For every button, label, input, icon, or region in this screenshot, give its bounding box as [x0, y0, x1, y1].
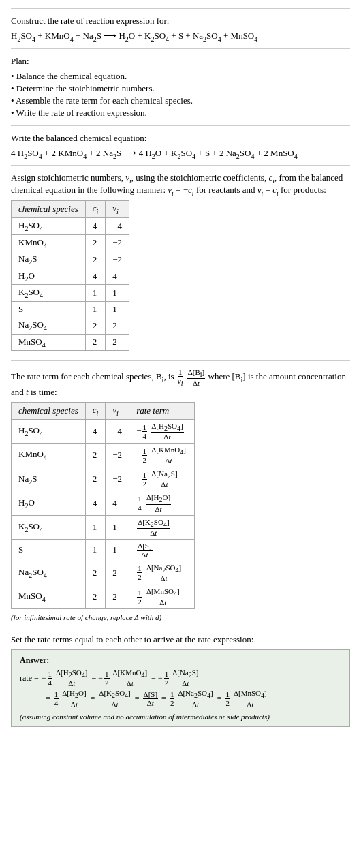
vi-cell: −4: [106, 419, 129, 443]
infinitesimal-note: (for infinitesimal rate of change, repla…: [11, 613, 350, 621]
vi-cell: 2: [106, 585, 129, 609]
answer-note: (assuming constant volume and no accumul…: [20, 713, 341, 721]
vi-cell: 4: [106, 491, 129, 515]
vi-cell: −2: [106, 467, 129, 491]
plan-item-2: Determine the stoichiometric numbers.: [11, 83, 350, 94]
col-species-1: chemical species: [12, 201, 86, 218]
vi-cell: 2: [106, 561, 129, 585]
ci-cell: 4: [85, 217, 106, 234]
col-ci-1: ci: [85, 201, 106, 218]
species-cell: Na2SO4: [12, 561, 86, 585]
table-row: S 1 1: [12, 301, 129, 317]
stoich-heading: Assign stoichiometric numbers, νi, using…: [11, 172, 350, 196]
table-row: H2SO4 4 −4: [12, 217, 129, 234]
plan-section: Plan: Balance the chemical equation. Det…: [11, 48, 350, 125]
table-row: H2O 4 4: [12, 268, 129, 285]
rate-table: chemical species ci νi rate term H2SO4 4…: [11, 402, 195, 609]
vi-cell: 1: [106, 285, 129, 302]
rate-cell: −12 Δ[Na2S]Δt: [129, 467, 195, 491]
table-row: KMnO4 2 −2: [12, 234, 129, 251]
vi-cell: −2: [106, 444, 129, 467]
table-row: Na2S 2 −2 −12 Δ[Na2S]Δt: [12, 467, 195, 491]
ci-cell: 4: [85, 491, 106, 515]
ci-cell: 1: [85, 539, 106, 561]
species-cell: H2SO4: [12, 419, 86, 443]
ci-cell: 2: [85, 234, 106, 251]
rate-cell: −14 Δ[H2SO4]Δt: [129, 419, 195, 443]
ci-cell: 1: [85, 285, 106, 302]
rate-term-section: The rate term for each chemical species,…: [11, 360, 350, 627]
ci-cell: 2: [85, 585, 106, 609]
rate-term-heading: The rate term for each chemical species,…: [11, 368, 350, 398]
ci-cell: 1: [85, 515, 106, 539]
species-cell: Na2S: [12, 467, 86, 491]
table-row: H2SO4 4 −4 −14 Δ[H2SO4]Δt: [12, 419, 195, 443]
stoich-table: chemical species ci νi H2SO4 4 −4 KMnO4 …: [11, 200, 129, 351]
rate-cell: 12 Δ[MnSO4]Δt: [129, 585, 195, 609]
ci-cell: 2: [85, 334, 106, 351]
table-row: Na2S 2 −2: [12, 251, 129, 268]
vi-cell: 1: [106, 539, 129, 561]
stoich-section: Assign stoichiometric numbers, νi, using…: [11, 165, 350, 360]
main-reaction: H2SO4 + KMnO4 + Na2S ⟶ H2O + K2SO4 + S +…: [11, 31, 350, 43]
col-vi-2: νi: [106, 403, 129, 420]
vi-cell: 1: [106, 301, 129, 317]
table-row: KMnO4 2 −2 −12 Δ[KMnO4]Δt: [12, 444, 195, 467]
ci-cell: 4: [85, 419, 106, 443]
ci-cell: 2: [85, 444, 106, 467]
ci-cell: 2: [85, 317, 106, 334]
answer-content: rate = −14 Δ[H2SO4]Δt = −12 Δ[KMnO4]Δt =…: [20, 668, 341, 720]
plan-list: Balance the chemical equation. Determine…: [11, 71, 350, 119]
vi-cell: 2: [106, 317, 129, 334]
plan-heading: Plan:: [11, 56, 350, 67]
col-rate: rate term: [129, 403, 195, 420]
answer-box: Answer: rate = −14 Δ[H2SO4]Δt = −12 Δ[KM…: [11, 649, 350, 726]
ci-cell: 2: [85, 561, 106, 585]
species-cell: H2O: [12, 491, 86, 515]
balanced-heading: Write the balanced chemical equation:: [11, 133, 350, 144]
plan-item-1: Balance the chemical equation.: [11, 71, 350, 82]
answer-label: Answer:: [20, 655, 341, 666]
species-cell: K2SO4: [12, 285, 86, 302]
species-cell: KMnO4: [12, 234, 86, 251]
ci-cell: 1: [85, 301, 106, 317]
species-cell: Na2SO4: [12, 317, 86, 334]
page-title: Construct the rate of reaction expressio…: [11, 16, 350, 27]
vi-cell: 2: [106, 334, 129, 351]
rate-cell: Δ[K2SO4]Δt: [129, 515, 195, 539]
balanced-equation: 4 H2SO4 + 2 KMnO4 + 2 Na2S ⟶ 4 H2O + K2S…: [11, 148, 350, 160]
vi-cell: 1: [106, 515, 129, 539]
species-cell: MnSO4: [12, 585, 86, 609]
rate-row-1: rate = −14 Δ[H2SO4]Δt = −12 Δ[KMnO4]Δt =…: [20, 668, 341, 687]
table-row: S 1 1 Δ[S]Δt: [12, 539, 195, 561]
balanced-section: Write the balanced chemical equation: 4 …: [11, 125, 350, 166]
species-cell: K2SO4: [12, 515, 86, 539]
species-cell: MnSO4: [12, 334, 86, 351]
col-ci-2: ci: [85, 403, 106, 420]
set-equal-heading: Set the rate terms equal to each other t…: [11, 634, 350, 645]
rate-expression-section: Set the rate terms equal to each other t…: [11, 627, 350, 732]
vi-cell: −2: [106, 234, 129, 251]
vi-cell: −4: [106, 217, 129, 234]
ci-cell: 2: [85, 251, 106, 268]
rate-cell: Δ[S]Δt: [129, 539, 195, 561]
title-section: Construct the rate of reaction expressio…: [11, 8, 350, 48]
table-row: K2SO4 1 1 Δ[K2SO4]Δt: [12, 515, 195, 539]
species-cell: S: [12, 539, 86, 561]
ci-cell: 4: [85, 268, 106, 285]
table-row: K2SO4 1 1: [12, 285, 129, 302]
table-row: MnSO4 2 2 12 Δ[MnSO4]Δt: [12, 585, 195, 609]
table-row: Na2SO4 2 2 12 Δ[Na2SO4]Δt: [12, 561, 195, 585]
rate-cell: 14 Δ[H2O]Δt: [129, 491, 195, 515]
vi-cell: −2: [106, 251, 129, 268]
species-cell: S: [12, 301, 86, 317]
species-cell: H2O: [12, 268, 86, 285]
rate-cell: −12 Δ[KMnO4]Δt: [129, 444, 195, 467]
plan-item-3: Assemble the rate term for each chemical…: [11, 95, 350, 106]
vi-cell: 4: [106, 268, 129, 285]
species-cell: KMnO4: [12, 444, 86, 467]
plan-item-4: Write the rate of reaction expression.: [11, 108, 350, 119]
table-row: MnSO4 2 2: [12, 334, 129, 351]
rate-row-2: = 14 Δ[H2O]Δt = Δ[K2SO4]Δt = Δ[S]Δt = 12…: [20, 689, 341, 708]
rate-cell: 12 Δ[Na2SO4]Δt: [129, 561, 195, 585]
